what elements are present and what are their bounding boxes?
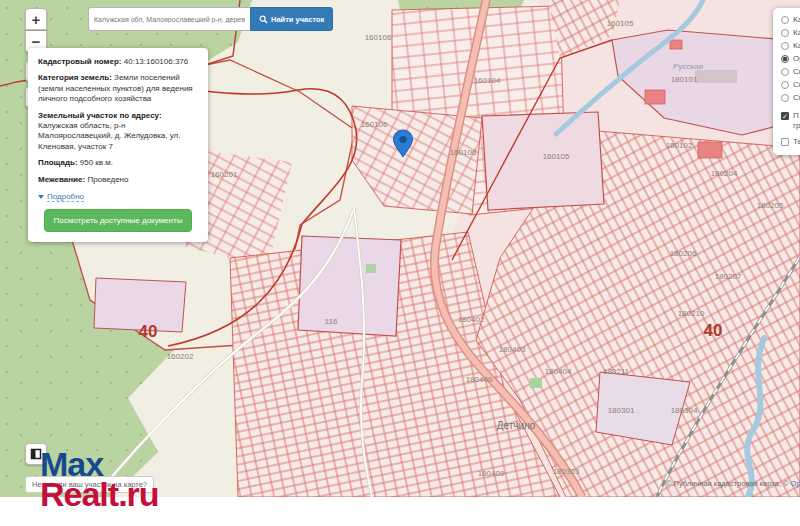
layer-option[interactable]: Сп [781, 80, 800, 92]
search-input[interactable] [88, 7, 250, 31]
layer-option-label: Сп [793, 80, 800, 90]
layer-option-label: Ор [793, 54, 800, 64]
radio-icon[interactable] [781, 81, 789, 89]
radio-icon[interactable] [781, 29, 789, 37]
layers-checkbox-list: ✓П грТе [781, 111, 800, 147]
layers-radio-list: КаКаКаОрСпСпСп [781, 15, 800, 105]
radio-icon[interactable] [781, 68, 789, 76]
search-icon [259, 15, 268, 24]
info-field: Категория земель: Земли поселений (земли… [38, 73, 198, 104]
legend-button[interactable] [25, 443, 47, 465]
details-link[interactable]: Подробно [38, 192, 84, 201]
not-found-tooltip[interactable]: Не нашли ваш участок на карте? [25, 476, 154, 493]
layers-panel: КаКаКаОрСпСпСп ✓П грТе [773, 8, 800, 155]
layer-option[interactable]: Ор [781, 54, 800, 66]
info-field-label: Категория земель: [38, 73, 112, 82]
layer-checkbox-label: П гр [793, 111, 800, 131]
layer-checkbox-label: Те [793, 137, 800, 147]
attribution-text: © Публичная кадастровая карта, © [666, 479, 791, 488]
zoom-in-button[interactable]: + [25, 8, 47, 30]
info-field: Кадастровый номер: 40:13:160106:376 [38, 57, 198, 67]
layer-option-label: Ка [793, 28, 800, 38]
legend-icon [30, 448, 42, 460]
info-field-label: Межевание: [38, 175, 85, 184]
layer-option[interactable]: Ка [781, 28, 800, 40]
radio-icon[interactable] [781, 42, 789, 50]
search-button[interactable]: Найти участок [250, 7, 333, 31]
checkbox-icon[interactable] [781, 138, 789, 146]
details-link-label: Подробно [47, 192, 84, 202]
caret-down-icon [38, 195, 44, 199]
layer-option-label: Ка [793, 41, 800, 51]
radio-icon[interactable] [781, 16, 789, 24]
view-documents-button[interactable]: Посмотреть доступные документы [44, 209, 193, 232]
search-bar: Найти участок [88, 7, 333, 31]
radio-icon[interactable] [781, 94, 789, 102]
info-field-label: Площадь: [38, 158, 78, 167]
openstreetmap-link[interactable]: OpenStreetMap [791, 479, 800, 488]
info-fields: Кадастровый номер: 40:13:160106:376Катег… [38, 57, 198, 185]
layer-option[interactable]: Сп [781, 67, 800, 79]
info-field-label: Земельный участок по адресу: [38, 111, 162, 120]
checkbox-icon[interactable]: ✓ [781, 112, 789, 120]
info-field: Межевание: Проведено [38, 175, 198, 185]
layer-option-label: Сп [793, 93, 800, 103]
radio-icon[interactable] [781, 55, 789, 63]
info-field: Площадь: 950 кв.м. [38, 158, 198, 168]
layer-option[interactable]: Сп [781, 93, 800, 105]
layer-checkbox[interactable]: Те [781, 137, 800, 147]
layer-checkbox[interactable]: ✓П гр [781, 111, 800, 131]
info-field-label: Кадастровый номер: [38, 57, 122, 66]
map-marker-icon[interactable] [392, 129, 414, 158]
layer-option-label: Сп [793, 67, 800, 77]
search-button-label: Найти участок [271, 15, 324, 24]
layer-option[interactable]: Ка [781, 41, 800, 53]
layer-option-label: Ка [793, 15, 800, 25]
info-field: Земельный участок по адресу: Калужская о… [38, 111, 198, 153]
parcel-info-panel: Кадастровый номер: 40:13:160106:376Катег… [28, 48, 208, 242]
map-attribution: © Публичная кадастровая карта, © OpenStr… [666, 479, 800, 488]
layer-option[interactable]: Ка [781, 15, 800, 27]
